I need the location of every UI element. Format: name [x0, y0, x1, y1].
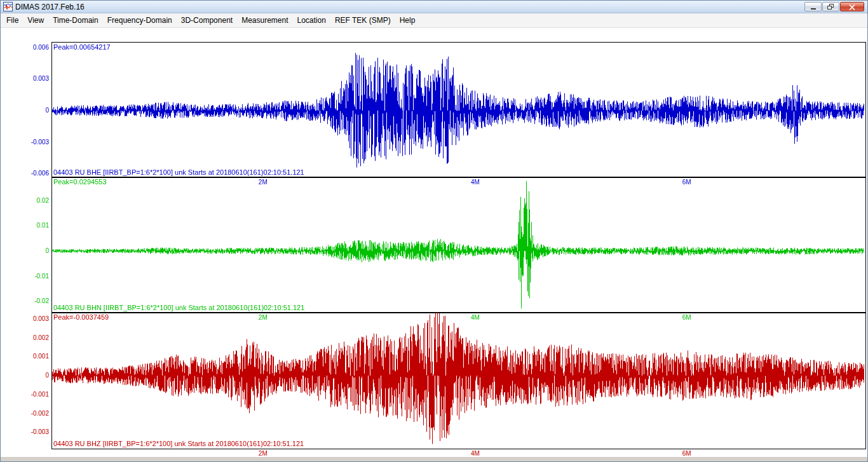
ytick-label-BHZ: 0.003 — [1, 315, 49, 322]
menu-item-frequency-domain[interactable]: Frequency-Domain — [103, 14, 177, 27]
minimize-icon — [810, 1, 817, 13]
xtick-label-BHN: 6M — [679, 314, 695, 321]
window-controls — [804, 2, 864, 11]
trace-label-BHZ: 04403 RU BHZ [IIRBT_BP=1:6*2*100] unk St… — [53, 440, 304, 447]
ytick-label-BHE: 0.006 — [1, 44, 49, 51]
menu-item-view[interactable]: View — [23, 14, 48, 27]
ytick-label-BHZ: 0.001 — [1, 353, 49, 360]
xtick-label-BHE: 2M — [255, 179, 271, 186]
xtick-label-BHZ: 4M — [467, 450, 484, 457]
xtick-label-BHN: 2M — [255, 314, 271, 321]
xtick-label-BHZ: 6M — [679, 450, 695, 457]
waveform-canvas-BHN[interactable] — [52, 177, 864, 311]
waveform-canvas-BHZ[interactable] — [52, 313, 864, 447]
ytick-label-BHE: 0 — [1, 107, 49, 114]
ytick-label-BHE: -0.006 — [1, 170, 49, 177]
xtick-label-BHE: 6M — [679, 179, 695, 186]
ytick-label-BHZ: 0.002 — [1, 334, 49, 341]
ytick-label-BHN: -0.01 — [1, 273, 49, 280]
menu-item-3d-component[interactable]: 3D-Component — [177, 14, 237, 27]
menu-item-location[interactable]: Location — [293, 14, 330, 27]
workspace: Peak=0.0065421704403 RU BHE [IIRBT_BP=1:… — [1, 28, 867, 461]
ytick-label-BHN: 0 — [1, 247, 49, 254]
minimize-button[interactable] — [804, 2, 822, 11]
ytick-label-BHZ: -0.002 — [1, 410, 49, 417]
titlebar[interactable]: DIMAS 2017.Feb.16 — [1, 1, 867, 13]
trace-label-BHE: 04403 RU BHE [IIRBT_BP=1:6*2*100] unk St… — [53, 168, 304, 176]
ytick-label-BHN: 0.01 — [1, 222, 49, 229]
close-button[interactable] — [840, 2, 864, 11]
ytick-label-BHN: 0.02 — [1, 197, 49, 204]
ytick-label-BHZ: 0 — [1, 372, 49, 379]
restore-icon — [827, 1, 834, 13]
ytick-label-BHZ: -0.001 — [1, 391, 49, 398]
ytick-label-BHE: -0.003 — [1, 139, 49, 146]
peak-label-BHN: Peak=0.0294553 — [53, 178, 107, 186]
menu-item-file[interactable]: File — [2, 14, 23, 27]
seismogram-panel-BHN[interactable]: Peak=0.029455304403 RU BHN [IIRBT_BP=1:6… — [51, 177, 866, 313]
xtick-label-BHZ: 2M — [255, 450, 271, 457]
restore-button[interactable] — [822, 2, 839, 11]
menu-item-help[interactable]: Help — [395, 14, 420, 27]
menu-item-measurement[interactable]: Measurement — [237, 14, 292, 27]
menu-item-time-domain[interactable]: Time-Domain — [48, 14, 103, 27]
window-bottom-frame — [1, 457, 867, 461]
ytick-label-BHZ: -0.003 — [1, 428, 49, 435]
window-title: DIMAS 2017.Feb.16 — [15, 3, 85, 11]
app-icon — [3, 2, 13, 11]
menu-item-ref-tek-smp[interactable]: REF TEK (SMP) — [330, 14, 395, 27]
app-window: DIMAS 2017.Feb.16 — [0, 0, 868, 462]
waveform-canvas-BHE[interactable] — [52, 43, 864, 176]
xtick-label-BHE: 4M — [467, 179, 484, 186]
seismogram-panel-BHE[interactable]: Peak=0.0065421704403 RU BHE [IIRBT_BP=1:… — [51, 42, 866, 178]
peak-label-BHE: Peak=0.00654217 — [53, 43, 111, 51]
menu-bar: FileViewTime-DomainFrequency-Domain3D-Co… — [1, 13, 867, 28]
xtick-label-BHN: 4M — [467, 314, 484, 321]
ytick-label-BHE: 0.003 — [1, 75, 49, 82]
peak-label-BHZ: Peak=-0.0037459 — [53, 313, 109, 321]
ytick-label-BHN: -0.02 — [1, 297, 49, 304]
seismogram-panel-BHZ[interactable]: Peak=-0.003745904403 RU BHZ [IIRBT_BP=1:… — [51, 312, 866, 449]
trace-label-BHN: 04403 RU BHN [IIRBT_BP=1:6*2*100] unk St… — [53, 304, 304, 311]
close-icon — [849, 1, 855, 13]
